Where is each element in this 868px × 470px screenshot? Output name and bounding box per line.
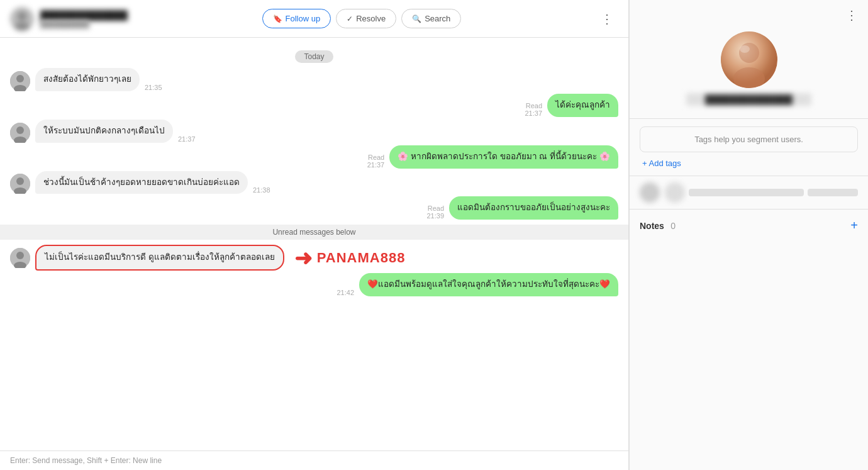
notes-add-button[interactable]: + (850, 218, 858, 233)
message-text: แอดมินต้องกราบขออภัยเป็นอย่างสูงนะคะ (457, 203, 610, 212)
svg-point-7 (16, 126, 24, 134)
red-arrow-icon: ➜ (294, 245, 312, 271)
contact-avatar (10, 7, 34, 31)
add-tags-label: + Add tags (642, 159, 681, 168)
read-time: 21:39 (426, 212, 444, 220)
tags-section: Tags help you segment users. + Add tags (630, 119, 868, 176)
unread-label: Unread messages below (10, 228, 618, 237)
contact-name: ██████████████ (40, 10, 128, 20)
unread-divider: Unread messages below (0, 225, 628, 240)
user-info-details (665, 182, 858, 203)
message-text: ช่วงนี้มันเป็นช้าค้างๆยอดหายยอดขาดเกินบ่… (43, 177, 240, 187)
notes-count: 0 (670, 221, 676, 231)
svg-point-17 (733, 67, 765, 88)
svg-point-19 (640, 182, 660, 203)
notes-info: Notes 0 (640, 220, 676, 232)
svg-point-13 (16, 252, 24, 259)
message-time: 21:37 (178, 135, 196, 143)
header-actions: 🔖 Follow up ✓ Resolve 🔍 Search (262, 9, 462, 28)
header-contact-info: ██████████████ ██████████ (40, 10, 128, 28)
more-options-button[interactable]: ⋮ (596, 9, 618, 29)
search-icon: 🔍 (412, 14, 421, 23)
msg-avatar (10, 248, 30, 268)
date-divider: Today (0, 50, 628, 62)
contact-sub: ██████████ (40, 20, 128, 28)
tags-help-label: Tags help you segment users. (694, 135, 803, 144)
message-bubble: 🌸 หากผิดพลาดประการใด ขออภัยมา ณ ที่นี้ด้… (389, 145, 618, 169)
message-text: ให้ระบบมันปกติคงกลางๆเดือนไป (43, 126, 165, 135)
profile-section: ██████████████ (630, 25, 868, 119)
message-row: Read 21:39 แอดมินต้องกราบขออภัยเป็นอย่าง… (10, 196, 618, 220)
resolve-button[interactable]: ✓ Resolve (336, 9, 396, 28)
message-time: 21:42 (337, 289, 354, 296)
read-time: 21:37 (525, 109, 542, 117)
add-tags-button[interactable]: + Add tags (640, 159, 858, 168)
right-panel: ⋮ ██████████████ Tags h (629, 0, 868, 470)
resolve-icon: ✓ (347, 14, 353, 23)
svg-point-18 (740, 45, 750, 53)
message-row: Read 21:37 🌸 หากผิดพลาดประการใด ขออภัยมา… (10, 145, 618, 169)
header-left: ██████████████ ██████████ (10, 7, 128, 31)
highlighted-bubble: ไม่เป็นไรค่ะแอดมีนบริการดี ดูแลติดตามเรื… (35, 245, 284, 271)
input-bar: Enter: Send message, Shift + Enter: New … (0, 450, 628, 470)
message-bubble: สงสัยต้องได้พักยาวๆเลย (35, 68, 140, 91)
user-info-avatar (640, 182, 660, 203)
message-text: ❤️แอดมีนพร้อมดูแลใส่ใจคุณลูกค้าให้ความปร… (367, 279, 610, 289)
message-row: ช่วงนี้มันเป็นช้าค้างๆยอดหายยอดขาดเกินบ่… (10, 171, 618, 194)
user-name-placeholder (689, 189, 804, 196)
profile-avatar-large (721, 31, 777, 88)
right-panel-header: ⋮ (630, 0, 868, 25)
notes-section: Notes 0 + (630, 210, 868, 242)
tags-help-text: Tags help you segment users. (640, 126, 858, 152)
date-label: Today (295, 50, 333, 63)
search-label: Search (425, 14, 450, 23)
message-row: Read 21:37 ได้ค่ะคุณลูกค้า (10, 94, 618, 117)
msg-avatar (10, 123, 30, 143)
message-bubble: ให้ระบบมันปกติคงกลางๆเดือนไป (35, 120, 173, 143)
svg-point-4 (16, 75, 24, 82)
follow-up-icon: 🔖 (273, 14, 282, 23)
message-bubble: ❤️แอดมีนพร้อมดูแลใส่ใจคุณลูกค้าให้ความปร… (359, 273, 618, 296)
follow-up-label: Follow up (286, 14, 321, 23)
notes-label: Notes (640, 221, 664, 231)
user-info-row (630, 176, 868, 210)
svg-point-1 (18, 12, 26, 21)
msg-avatar (10, 174, 30, 194)
message-time: 21:35 (145, 84, 162, 91)
svg-point-15 (721, 31, 777, 88)
message-bubble: แอดมินต้องกราบขออภัยเป็นอย่างสูงนะคะ (449, 196, 618, 220)
read-status: Read 21:37 (367, 154, 385, 169)
message-text: ได้ค่ะคุณลูกค้า (555, 100, 610, 109)
search-button[interactable]: 🔍 Search (401, 9, 461, 28)
message-row: สงสัยต้องได้พักยาวๆเลย 21:35 (10, 68, 618, 91)
message-text: สงสัยต้องได้พักยาวๆเลย (43, 74, 131, 84)
read-time: 21:37 (367, 161, 385, 169)
panel-more-icon[interactable]: ⋮ (845, 8, 858, 23)
svg-point-16 (739, 43, 759, 63)
read-status: Read 21:39 (426, 204, 444, 220)
panama-label: PANAMA888 (317, 250, 406, 266)
message-time: 21:38 (253, 186, 270, 194)
svg-point-10 (16, 177, 24, 185)
highlighted-message-row: ไม่เป็นไรค่ะแอดมีนบริการดี ดูแลติดตามเรื… (10, 245, 618, 271)
input-hint: Enter: Send message, Shift + Enter: New … (10, 456, 162, 465)
read-label: Read (526, 102, 542, 109)
user-sub-avatar (665, 182, 685, 203)
messages-area[interactable]: Today สงสัยต้องได้พักยาวๆเลย 21:35 Read … (0, 38, 628, 450)
follow-up-button[interactable]: 🔖 Follow up (262, 9, 331, 28)
message-row: 21:42 ❤️แอดมีนพร้อมดูแลใส่ใจคุณลูกค้าให้… (10, 273, 618, 296)
read-status: Read 21:37 (525, 102, 542, 117)
annotation: ➜ PANAMA888 (294, 245, 406, 271)
resolve-label: Resolve (356, 14, 386, 23)
message-bubble: ได้ค่ะคุณลูกค้า (547, 94, 618, 117)
highlighted-text: ไม่เป็นไรค่ะแอดมีนบริการดี ดูแลติดตามเรื… (45, 252, 275, 262)
message-text: 🌸 หากผิดพลาดประการใด ขออภัยมา ณ ที่นี้ด้… (398, 152, 610, 161)
svg-point-20 (665, 182, 685, 203)
read-label: Read (368, 154, 384, 161)
message-row: ให้ระบบมันปกติคงกลางๆเดือนไป 21:37 (10, 120, 618, 143)
user-detail-placeholder (808, 189, 858, 196)
chat-container: ██████████████ ██████████ 🔖 Follow up ✓ … (0, 0, 629, 470)
profile-name: ██████████████ (686, 93, 811, 106)
message-bubble: ช่วงนี้มันเป็นช้าค้างๆยอดหายยอดขาดเกินบ่… (35, 171, 248, 194)
read-label: Read (428, 204, 444, 212)
